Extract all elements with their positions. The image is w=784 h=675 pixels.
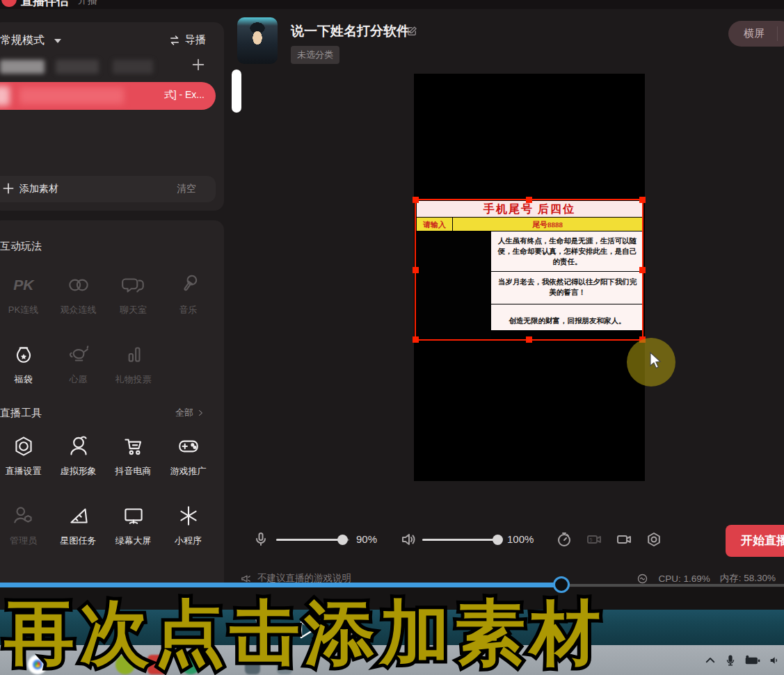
- widget-music[interactable]: 音乐: [161, 265, 216, 334]
- app-logo-title: 直播伴侣: [21, 0, 68, 9]
- chatroom-icon: [120, 272, 147, 298]
- tray-speaker-icon[interactable]: [769, 654, 780, 667]
- scene-panel: 常规模式 导播 式] - Ex... 添加素材 清空: [0, 22, 224, 211]
- tutorial-caption: 再次点击添加素材: [4, 598, 605, 668]
- speaker-icon[interactable]: [400, 531, 417, 548]
- star-task-icon: [65, 503, 92, 529]
- tool-mini-program[interactable]: 小程序: [161, 496, 216, 565]
- chevron-right-icon: [196, 409, 205, 417]
- tool-admin[interactable]: 管理员: [0, 496, 51, 565]
- camera-icon[interactable]: [616, 531, 632, 548]
- add-material-button[interactable]: 添加素材 清空: [0, 176, 216, 202]
- system-tray: [704, 651, 784, 669]
- clear-button[interactable]: 清空: [177, 183, 196, 195]
- resize-handle[interactable]: [413, 336, 419, 343]
- resize-handle[interactable]: [526, 197, 532, 203]
- selected-scene-label: 式] - Ex...: [164, 89, 205, 101]
- plus-icon: [1, 181, 15, 195]
- speaker-volume-value: 100%: [507, 533, 534, 545]
- chevron-down-icon: [54, 39, 61, 43]
- swap-arrows-icon: [168, 34, 181, 47]
- widget-chatroom[interactable]: 聊天室: [106, 265, 161, 334]
- resize-handle[interactable]: [639, 197, 646, 203]
- tab-broadcast[interactable]: 开播: [78, 0, 97, 7]
- app-topbar: 直播伴侣 开播: [0, 0, 784, 9]
- interactive-section-title: 互动玩法: [0, 240, 42, 253]
- category-badge[interactable]: 未选分类: [291, 46, 339, 64]
- scene-tab-blurred[interactable]: [56, 60, 99, 74]
- music-icon: [175, 272, 202, 298]
- scene-tabs: [0, 58, 216, 75]
- widget-pk-link[interactable]: PK PK连线: [0, 265, 51, 334]
- live-settings-icon: [10, 433, 37, 460]
- plus-icon: [191, 57, 206, 72]
- mic-volume-value: 90%: [356, 533, 377, 545]
- widgets-panel: 互动玩法 PK PK连线 观众连线 聊天室 音乐 福袋: [0, 220, 224, 610]
- tray-microphone-icon[interactable]: [724, 653, 737, 667]
- avatar: [237, 17, 278, 64]
- start-live-button[interactable]: 开始直播: [726, 525, 784, 557]
- app-logo-icon: [1, 0, 17, 7]
- microphone-icon[interactable]: [253, 531, 269, 548]
- mode-selector[interactable]: 常规模式: [0, 33, 45, 48]
- tool-live-settings[interactable]: 直播设置: [0, 426, 51, 496]
- lucky-bag-icon: [10, 341, 37, 368]
- mini-program-icon: [175, 503, 202, 529]
- selection-border[interactable]: [415, 199, 643, 341]
- green-screen-icon: [120, 503, 147, 529]
- resize-handle[interactable]: [639, 267, 646, 273]
- pk-link-icon: PK: [10, 272, 37, 298]
- speaker-volume-slider[interactable]: [422, 539, 499, 541]
- mouse-cursor: [648, 352, 663, 370]
- widget-lucky-bag[interactable]: 福袋: [0, 334, 51, 404]
- room-title: 说一下姓名打分软件: [291, 22, 410, 40]
- director-button[interactable]: 导播: [168, 33, 206, 47]
- preview-canvas[interactable]: 手机尾号 后四位 请输入 尾号8888 人生虽有终点，生命却是无涯，生活可以随便…: [414, 74, 645, 481]
- video-progress-handle[interactable]: [553, 576, 570, 593]
- gift-vote-icon: [120, 341, 147, 368]
- settings-gear-icon[interactable]: [646, 531, 662, 548]
- tool-virtual-avatar[interactable]: 虚拟形象: [51, 426, 106, 496]
- mic-volume-slider[interactable]: [276, 539, 349, 541]
- widget-gift-vote[interactable]: 礼物投票: [106, 334, 161, 404]
- resize-handle[interactable]: [413, 197, 419, 203]
- video-progress-track[interactable]: [569, 584, 784, 587]
- app-window: 直播伴侣 开播 常规模式 导播 式] - Ex...: [0, 0, 784, 675]
- widget-audience-link[interactable]: 观众连线: [51, 265, 106, 334]
- tool-ecommerce[interactable]: 抖音电商: [106, 426, 161, 496]
- tutorial-video-overlay: 10 30 再次点击添加素材: [0, 581, 784, 675]
- wish-lamp-icon: [65, 341, 92, 368]
- scene-tab-blurred[interactable]: [0, 60, 45, 74]
- svg-text:5: 5: [590, 537, 593, 542]
- tray-battery-icon[interactable]: [744, 654, 761, 667]
- ecommerce-cart-icon: [120, 433, 147, 460]
- scene-tab-blurred[interactable]: [113, 60, 153, 74]
- audience-link-icon: [65, 272, 92, 298]
- virtual-avatar-icon: [65, 433, 92, 460]
- resize-handle[interactable]: [413, 267, 419, 273]
- widget-wish[interactable]: 心愿: [51, 334, 106, 404]
- tool-green-screen[interactable]: 绿幕大屏: [106, 496, 161, 565]
- tool-game-promo[interactable]: 游戏推广: [161, 426, 216, 496]
- panel-drag-handle[interactable]: [232, 70, 241, 113]
- tools-section-title: 直播工具: [0, 407, 42, 420]
- tool-star-task[interactable]: 星图任务: [51, 496, 106, 565]
- tools-all-link[interactable]: 全部: [175, 407, 205, 419]
- tools-grid: 直播设置 虚拟形象 抖音电商 游戏推广 管理员 星图任务: [0, 426, 220, 565]
- timer-icon[interactable]: [556, 531, 573, 548]
- record-5-icon[interactable]: 5: [586, 531, 602, 548]
- selected-scene-item[interactable]: 式] - Ex...: [0, 82, 216, 110]
- game-promo-icon: [175, 433, 202, 460]
- orientation-toggle[interactable]: 横屏: [728, 21, 784, 47]
- resize-handle[interactable]: [526, 336, 532, 343]
- orientation-landscape-label[interactable]: 横屏: [744, 27, 765, 40]
- edit-title-icon[interactable]: [406, 25, 418, 38]
- add-scene-button[interactable]: [191, 57, 206, 72]
- admin-icon: [10, 503, 37, 529]
- video-progress-filled[interactable]: [0, 583, 554, 587]
- stream-toolbar: 90% 100% 5 开始直播: [233, 521, 784, 558]
- tray-chevron-up-icon[interactable]: [704, 654, 717, 667]
- svg-text:PK: PK: [13, 277, 35, 293]
- interactive-grid: PK PK连线 观众连线 聊天室 音乐 福袋 心愿: [0, 265, 220, 404]
